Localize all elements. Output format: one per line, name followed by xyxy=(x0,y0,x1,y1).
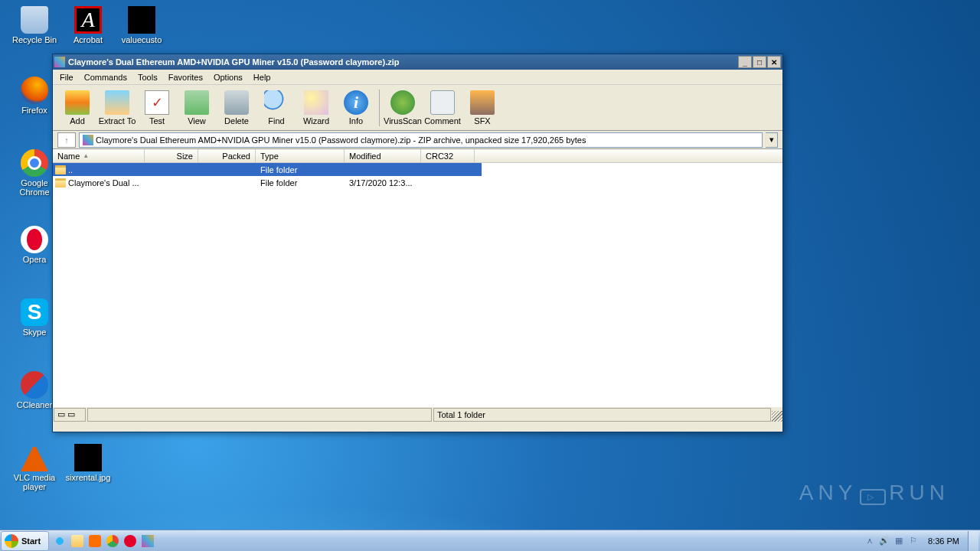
status-seg-selection xyxy=(87,408,432,422)
toolbar-find[interactable]: Find xyxy=(256,86,296,129)
windows-orb-icon xyxy=(5,534,18,548)
menu-options[interactable]: Options xyxy=(208,71,248,83)
folder-icon xyxy=(55,178,66,187)
toolbar-view[interactable]: View xyxy=(177,86,217,129)
toolbar: AddExtract ToTestViewDeleteFindWizardiIn… xyxy=(53,85,782,131)
show-desktop-button[interactable] xyxy=(968,531,978,551)
toolbar-sfx[interactable]: SFX xyxy=(462,86,502,129)
file-row[interactable]: ..File folder xyxy=(53,163,782,176)
menu-tools[interactable]: Tools xyxy=(132,71,163,83)
maximize-button[interactable]: □ xyxy=(753,56,766,68)
window-buttons: _ □ ✕ xyxy=(738,56,781,68)
col-crc[interactable]: CRC32 xyxy=(421,149,475,162)
path-text: Claymore's Dual Ethereum AMD+NVIDIA GPU … xyxy=(96,135,586,145)
col-modified[interactable]: Modified xyxy=(345,149,421,162)
quick-launch xyxy=(51,533,156,549)
quicklaunch-mp[interactable] xyxy=(87,533,103,549)
toolbar-wizard[interactable]: Wizard xyxy=(296,86,336,129)
addressbar: ↑ Claymore's Dual Ethereum AMD+NVIDIA GP… xyxy=(53,131,782,149)
flag-icon[interactable]: ⚐ xyxy=(907,535,920,547)
archive-icon xyxy=(83,135,93,145)
toolbar-separator xyxy=(379,90,380,126)
winrar-icon xyxy=(54,57,65,67)
quicklaunch-ex[interactable] xyxy=(69,533,86,549)
file-rows: ..File folderClaymore's Dual ...File fol… xyxy=(53,163,782,189)
toolbar-info[interactable]: iInfo xyxy=(336,86,376,129)
toolbar-add[interactable]: Add xyxy=(57,86,97,129)
desktop-icon-sixrental-jpg[interactable]: sixrental.jpg xyxy=(61,444,115,482)
toolbar-delete[interactable]: Delete xyxy=(217,86,256,129)
taskbar: Start ⋏ 🔊 ▦ ⚐ 8:36 PM xyxy=(0,530,980,551)
desktop-icon-vlc-media-player[interactable]: VLC media player xyxy=(8,444,61,491)
folder-icon xyxy=(55,165,66,174)
up-button[interactable]: ↑ xyxy=(57,132,76,148)
toolbar-test[interactable]: Test xyxy=(137,86,177,129)
toolbar-comment[interactable]: Comment xyxy=(423,86,462,129)
desktop-icon-valuecusto[interactable]: valuecusto xyxy=(115,6,168,44)
menu-help[interactable]: Help xyxy=(248,71,276,83)
menu-commands[interactable]: Commands xyxy=(79,71,132,83)
winrar-window: Claymore's Dual Ethereum AMD+NVIDIA GPU … xyxy=(52,54,783,432)
menu-favorites[interactable]: Favorites xyxy=(163,71,208,83)
path-field[interactable]: Claymore's Dual Ethereum AMD+NVIDIA GPU … xyxy=(79,132,763,148)
window-title: Claymore's Dual Ethereum AMD+NVIDIA GPU … xyxy=(68,57,738,67)
close-button[interactable]: ✕ xyxy=(767,56,781,68)
start-button[interactable]: Start xyxy=(1,531,49,551)
titlebar[interactable]: Claymore's Dual Ethereum AMD+NVIDIA GPU … xyxy=(53,54,782,70)
minimize-button[interactable]: _ xyxy=(738,56,752,68)
col-type[interactable]: Type xyxy=(256,149,345,162)
desktop-icon-recycle-bin[interactable]: Recycle Bin xyxy=(8,6,61,44)
status-seg-icons: ▭ ▭ xyxy=(54,408,86,422)
menu-file[interactable]: File xyxy=(54,71,79,83)
toolbar-extract-to[interactable]: Extract To xyxy=(97,86,137,129)
volume-icon[interactable]: 🔊 xyxy=(878,535,890,547)
desktop-icon-acrobat[interactable]: AAcrobat xyxy=(61,6,115,44)
tray-expand-icon[interactable]: ⋏ xyxy=(864,535,876,547)
quicklaunch-wr[interactable] xyxy=(139,533,156,549)
toolbar-virusscan[interactable]: VirusScan xyxy=(383,86,423,129)
network-icon[interactable]: ▦ xyxy=(893,535,905,547)
anyrun-watermark: ANY▷RUN xyxy=(799,481,949,505)
col-size[interactable]: Size xyxy=(145,149,198,162)
statusbar: ▭ ▭ Total 1 folder xyxy=(53,406,782,422)
path-dropdown[interactable]: ▾ xyxy=(766,132,778,148)
status-seg-total: Total 1 folder xyxy=(433,408,771,422)
quicklaunch-op[interactable] xyxy=(122,533,139,549)
system-tray: ⋏ 🔊 ▦ ⚐ 8:36 PM xyxy=(862,530,980,551)
quicklaunch-ch[interactable] xyxy=(104,533,121,549)
column-headers: Name▲ Size Packed Type Modified CRC32 xyxy=(53,149,782,163)
file-list: Name▲ Size Packed Type Modified CRC32 ..… xyxy=(53,149,782,406)
quicklaunch-ie[interactable] xyxy=(51,533,68,549)
col-packed[interactable]: Packed xyxy=(198,149,256,162)
resize-grip[interactable] xyxy=(772,411,782,422)
file-row[interactable]: Claymore's Dual ...File folder3/17/2020 … xyxy=(53,176,782,189)
menubar: FileCommandsToolsFavoritesOptionsHelp xyxy=(53,70,782,85)
clock[interactable]: 8:36 PM xyxy=(922,536,965,546)
col-name[interactable]: Name▲ xyxy=(53,149,145,162)
